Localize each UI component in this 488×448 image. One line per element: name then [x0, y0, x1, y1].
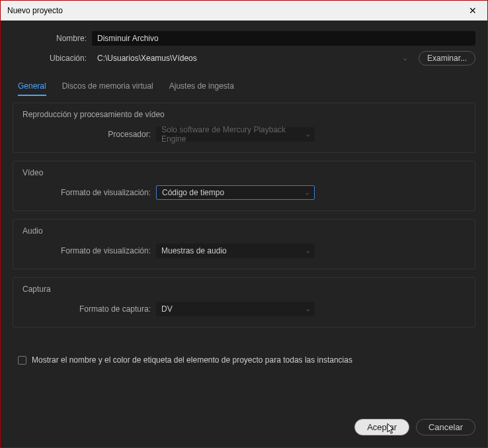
video-format-value: Código de tiempo	[162, 188, 224, 197]
section-capture: Captura Formato de captura: DV ⌵	[13, 277, 475, 328]
tab-scratch-disks[interactable]: Discos de memoria virtual	[62, 81, 153, 96]
renderer-row: Procesador: Solo software de Mercury Pla…	[22, 127, 466, 142]
audio-format-dropdown[interactable]: Muestras de audio ⌵	[156, 244, 315, 258]
renderer-label: Procesador:	[22, 130, 156, 139]
chevron-down-icon: ⌵	[403, 55, 407, 62]
browse-button[interactable]: Examinar...	[419, 51, 475, 66]
section-video-title: Vídeo	[22, 168, 466, 177]
window-title: Nuevo proyecto	[7, 6, 63, 15]
section-playback-title: Reproducción y procesamiento de vídeo	[22, 110, 466, 119]
close-icon[interactable]: ✕	[465, 4, 481, 17]
section-capture-title: Captura	[22, 285, 466, 294]
capture-format-value: DV	[161, 304, 173, 314]
location-label: Ubicación:	[13, 54, 92, 63]
tab-general[interactable]: General	[18, 81, 46, 96]
capture-format-label: Formato de captura:	[22, 304, 156, 314]
titlebar: Nuevo proyecto ✕	[1, 1, 487, 21]
name-label: Nombre:	[13, 34, 92, 43]
capture-format-dropdown[interactable]: DV ⌵	[156, 302, 315, 316]
name-input[interactable]	[92, 31, 475, 46]
chevron-down-icon: ⌵	[305, 189, 309, 196]
cancel-button[interactable]: Cancelar	[416, 419, 475, 435]
new-project-dialog: Nuevo proyecto ✕ Nombre: Ubicación: C:\U…	[0, 0, 488, 448]
renderer-dropdown: Solo software de Mercury Playback Engine…	[156, 127, 315, 142]
video-format-row: Formato de visualización: Código de tiem…	[22, 185, 466, 200]
name-row: Nombre:	[13, 31, 475, 46]
ok-button-label: Aceptar	[367, 422, 397, 432]
ok-button[interactable]: Aceptar	[354, 419, 409, 435]
section-audio-title: Audio	[22, 226, 466, 236]
renderer-value: Solo software de Mercury Playback Engine	[161, 125, 306, 144]
video-format-dropdown[interactable]: Código de tiempo ⌵	[156, 185, 315, 200]
chevron-down-icon: ⌵	[306, 247, 309, 254]
section-video: Vídeo Formato de visualización: Código d…	[13, 161, 475, 211]
show-name-checkbox-label: Mostrar el nombre y el color de etiqueta…	[32, 355, 352, 365]
show-name-checkbox-row: Mostrar el nombre y el color de etiqueta…	[18, 355, 475, 365]
location-value: C:\Usuarios\Xeamus\Vídeos	[97, 54, 197, 63]
section-playback: Reproducción y procesamiento de vídeo Pr…	[13, 103, 475, 153]
dialog-footer: Aceptar Cancelar	[13, 408, 475, 441]
chevron-down-icon: ⌵	[306, 131, 309, 138]
dialog-content: Nombre: Ubicación: C:\Usuarios\Xeamus\Ví…	[1, 21, 487, 447]
audio-format-value: Muestras de audio	[161, 246, 227, 255]
show-name-checkbox[interactable]	[18, 356, 26, 365]
chevron-down-icon: ⌵	[306, 306, 309, 312]
capture-format-row: Formato de captura: DV ⌵	[22, 302, 466, 316]
section-audio: Audio Formato de visualización: Muestras…	[13, 219, 475, 269]
location-select[interactable]: C:\Usuarios\Xeamus\Vídeos ⌵	[92, 51, 412, 66]
tabs: General Discos de memoria virtual Ajuste…	[13, 81, 475, 96]
audio-format-label: Formato de visualización:	[22, 246, 156, 255]
tab-ingest[interactable]: Ajustes de ingesta	[169, 81, 234, 96]
audio-format-row: Formato de visualización: Muestras de au…	[22, 244, 466, 258]
video-format-label: Formato de visualización:	[22, 188, 156, 197]
location-row: Ubicación: C:\Usuarios\Xeamus\Vídeos ⌵ E…	[13, 51, 475, 66]
